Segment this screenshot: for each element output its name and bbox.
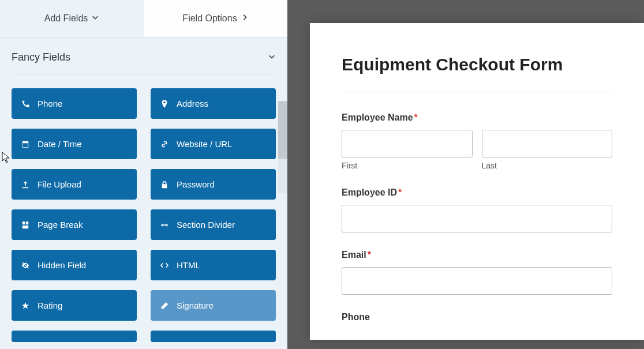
field-label: Section Divider	[177, 220, 235, 230]
field-signature[interactable]: Signature	[151, 290, 276, 321]
field-phone: Phone	[342, 312, 612, 322]
svg-rect-0	[23, 221, 25, 224]
fields-sidebar: Add Fields Field Options Fancy Fields Ph…	[0, 0, 287, 349]
scrollbar[interactable]	[278, 101, 287, 193]
sublabel-last: Last	[482, 161, 613, 170]
tab-add-fields[interactable]: Add Fields	[0, 0, 144, 37]
divider	[342, 92, 612, 92]
field-label: Phone	[38, 99, 62, 108]
sidebar-body: Fancy Fields Phone Address Date / Time W…	[0, 37, 287, 349]
sidebar-tabs: Add Fields Field Options	[0, 0, 287, 37]
field-label: Employee Name*	[342, 112, 612, 123]
fields-grid: Phone Address Date / Time Website / URL …	[12, 88, 276, 342]
field-password[interactable]: Password	[151, 169, 276, 200]
calendar-icon	[20, 140, 31, 148]
label-text: Phone	[342, 312, 370, 322]
field-section-divider[interactable]: Section Divider	[151, 209, 276, 240]
eye-slash-icon	[20, 261, 31, 269]
field-label: Password	[177, 179, 215, 189]
section-title: Fancy Fields	[12, 51, 70, 63]
star-icon	[20, 302, 31, 310]
field-more-a[interactable]	[12, 331, 137, 342]
label-text: Email	[342, 250, 366, 260]
pencil-icon	[159, 302, 170, 310]
map-marker-icon	[159, 100, 170, 108]
field-label: Date / Time	[38, 139, 82, 149]
form-canvas[interactable]: Equipment Checkout Form Employee Name* F…	[310, 23, 644, 340]
last-name-input[interactable]	[482, 130, 613, 157]
required-asterisk: *	[368, 250, 371, 260]
email-input[interactable]	[342, 267, 612, 295]
field-label: HTML	[177, 260, 200, 270]
field-employee-name: Employee Name* First Last	[342, 112, 612, 170]
lock-icon	[159, 181, 170, 189]
field-label: Hidden Field	[38, 260, 86, 270]
field-file-upload[interactable]: File Upload	[12, 169, 137, 200]
required-asterisk: *	[398, 187, 402, 197]
form-title: Equipment Checkout Form	[342, 55, 612, 74]
svg-rect-1	[26, 221, 28, 224]
field-email: Email*	[342, 250, 612, 295]
field-label: Phone	[342, 312, 612, 322]
sublabel-first: First	[342, 161, 473, 170]
field-page-break[interactable]: Page Break	[12, 209, 137, 240]
field-label: File Upload	[38, 179, 81, 189]
chevron-right-icon	[241, 13, 249, 24]
tab-field-options[interactable]: Field Options	[144, 0, 287, 37]
tab-label: Add Fields	[44, 13, 88, 24]
field-label: Website / URL	[177, 139, 232, 149]
field-label: Email*	[342, 250, 612, 260]
field-label: Rating	[38, 301, 62, 310]
required-asterisk: *	[414, 112, 418, 122]
field-more-b[interactable]	[151, 331, 276, 342]
label-text: Employee Name	[342, 112, 413, 122]
field-label: Page Break	[38, 220, 83, 230]
first-name-input[interactable]	[342, 130, 473, 157]
field-html[interactable]: HTML	[151, 250, 276, 280]
tab-label: Field Options	[182, 13, 237, 24]
link-icon	[159, 140, 170, 148]
field-employee-id: Employee ID*	[342, 187, 612, 232]
field-phone[interactable]: Phone	[12, 88, 137, 119]
upload-icon	[20, 181, 31, 189]
label-text: Employee ID	[342, 187, 397, 197]
arrows-h-icon	[159, 221, 170, 229]
chevron-down-icon	[268, 52, 276, 63]
preview-panel: Equipment Checkout Form Employee Name* F…	[287, 0, 644, 349]
field-date-time[interactable]: Date / Time	[12, 129, 137, 159]
phone-icon	[20, 100, 31, 108]
field-hidden-field[interactable]: Hidden Field	[12, 250, 137, 280]
svg-rect-2	[23, 225, 29, 228]
employee-id-input[interactable]	[342, 205, 612, 232]
name-row: First Last	[342, 130, 612, 170]
code-icon	[159, 261, 170, 269]
field-label: Employee ID*	[342, 187, 612, 198]
field-address[interactable]: Address	[151, 88, 276, 119]
page-break-icon	[20, 221, 31, 229]
field-website-url[interactable]: Website / URL	[151, 129, 276, 159]
scrollbar-thumb[interactable]	[278, 101, 287, 159]
section-header-fancy-fields[interactable]: Fancy Fields	[12, 37, 276, 74]
field-label: Address	[177, 99, 208, 108]
chevron-down-icon	[91, 13, 99, 24]
field-rating[interactable]: Rating	[12, 290, 137, 321]
field-label: Signature	[177, 301, 214, 310]
